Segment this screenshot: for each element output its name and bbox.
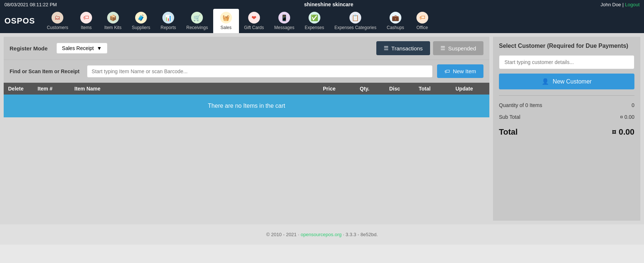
- register-mode-label: Register Mode: [10, 45, 47, 51]
- giftcards-label: Gift Cards: [244, 25, 264, 30]
- datetime: 08/03/2021 08:11:22 PM: [4, 2, 57, 7]
- nav-item-customers[interactable]: 🗂 Customers: [42, 9, 73, 33]
- footer: © 2010 - 2021 · opensourcepos.org · 3.3.…: [0, 224, 644, 245]
- itemkits-label: Item Kits: [104, 25, 122, 30]
- new-item-button[interactable]: 🏷 New Item: [437, 64, 483, 78]
- new-customer-button[interactable]: 👤 New Customer: [499, 74, 634, 89]
- nav-item-giftcards[interactable]: ❤ Gift Cards: [239, 9, 269, 33]
- col-header-price: Price: [323, 86, 360, 92]
- expcat-label: Expenses Categories: [334, 25, 376, 30]
- nav-item-receivings[interactable]: 🛒 Receivings: [181, 9, 213, 33]
- sales-icon: 🧺: [220, 12, 232, 24]
- register-mode-actions: ☰ Transactions ☰ Suspended: [376, 41, 483, 55]
- main-content: Register Mode Sales Receipt ▼ ☰ Transact…: [0, 33, 644, 224]
- office-label: Office: [416, 25, 428, 30]
- right-panel: Select Customer (Required for Due Paymen…: [493, 37, 640, 221]
- items-icon: 🏷: [80, 12, 92, 24]
- itemkits-icon: 📦: [107, 12, 119, 24]
- col-header-itemname: Item Name: [74, 86, 323, 92]
- quantity-label: Quantity of 0 Items: [499, 102, 542, 108]
- items-label: Items: [81, 25, 92, 30]
- total-row: Total ¤ 0.00: [499, 127, 634, 138]
- nav-item-expcat[interactable]: 📋 Expenses Categories: [329, 9, 381, 33]
- total-label: Total: [499, 127, 518, 137]
- reports-label: Reports: [161, 25, 176, 30]
- left-panel: Register Mode Sales Receipt ▼ ☰ Transact…: [4, 37, 489, 221]
- col-header-update: Update: [455, 86, 485, 92]
- quantity-value: 0: [631, 102, 634, 108]
- nav-item-itemkits[interactable]: 📦 Item Kits: [99, 9, 127, 33]
- user-area: John Doe | Logout: [601, 2, 640, 7]
- footer-link[interactable]: opensourcepos.org: [300, 232, 341, 237]
- register-mode-value: Sales Receipt: [62, 45, 94, 51]
- nav-item-office[interactable]: 🏷 Office: [409, 9, 435, 33]
- sales-label: Sales: [221, 25, 232, 30]
- subtotal-row: Sub Total ¤ 0.00: [499, 113, 634, 121]
- receivings-icon: 🛒: [191, 12, 203, 24]
- empty-cart-message: There are no Items in the cart: [4, 95, 489, 117]
- expenses-icon: ✅: [309, 12, 320, 24]
- col-header-delete: Delete: [8, 86, 38, 92]
- office-icon: 🏷: [416, 12, 428, 24]
- suspended-button[interactable]: ☰ Suspended: [433, 41, 483, 55]
- reports-icon: 📊: [162, 12, 174, 24]
- app-name: shineshine skincare: [304, 1, 353, 7]
- cashups-label: Cashups: [387, 25, 404, 30]
- register-mode-dropdown[interactable]: Sales Receipt ▼: [56, 43, 107, 54]
- new-customer-label: New Customer: [553, 78, 592, 85]
- nav-logo: OSPOS: [3, 9, 42, 33]
- expenses-label: Expenses: [305, 25, 324, 30]
- suspended-icon: ☰: [440, 45, 445, 51]
- customers-label: Customers: [47, 25, 68, 30]
- transactions-button[interactable]: ☰ Transactions: [376, 41, 430, 55]
- tag-icon: 🏷: [444, 68, 450, 74]
- scan-bar: Find or Scan Item or Receipt 🏷 New Item: [4, 60, 489, 83]
- nav-item-expenses[interactable]: ✅ Expenses: [299, 9, 329, 33]
- suspended-label: Suspended: [448, 45, 476, 51]
- expcat-icon: 📋: [349, 12, 361, 24]
- select-customer-title: Select Customer (Required for Due Paymen…: [499, 43, 634, 49]
- nav-items: 🗂 Customers 🏷 Items 📦 Item Kits 🧳 Suppli…: [42, 9, 641, 33]
- messages-label: Messages: [274, 25, 295, 30]
- list-icon: ☰: [384, 45, 388, 51]
- nav-bar: OSPOS 🗂 Customers 🏷 Items 📦 Item Kits 🧳 …: [0, 9, 644, 33]
- footer-version: · 3.3.3 - 8e52bd.: [342, 232, 378, 237]
- col-header-disc: Disc: [389, 86, 419, 92]
- transactions-label: Transactions: [391, 45, 423, 51]
- messages-icon: 📱: [278, 12, 290, 24]
- quantity-row: Quantity of 0 Items 0: [499, 102, 634, 109]
- logout-link[interactable]: Logout: [625, 2, 640, 7]
- suppliers-icon: 🧳: [135, 12, 147, 24]
- scan-input[interactable]: [87, 65, 433, 78]
- person-icon: 👤: [542, 78, 549, 85]
- customer-search-input[interactable]: [499, 55, 634, 69]
- nav-item-messages[interactable]: 📱 Messages: [269, 9, 300, 33]
- divider: [499, 95, 634, 96]
- scan-label: Find or Scan Item or Receipt: [10, 68, 80, 74]
- dropdown-arrow-icon: ▼: [97, 45, 102, 51]
- nav-item-sales[interactable]: 🧺 Sales: [213, 9, 239, 33]
- table-header: DeleteItem #Item NamePriceQty.DiscTotalU…: [4, 83, 489, 95]
- subtotal-label: Sub Total: [499, 114, 520, 120]
- top-bar: 08/03/2021 08:11:22 PM shineshine skinca…: [0, 0, 644, 9]
- nav-item-suppliers[interactable]: 🧳 Suppliers: [127, 9, 155, 33]
- giftcards-icon: ❤: [248, 12, 260, 24]
- cashups-icon: 💼: [390, 12, 401, 24]
- subtotal-value: ¤ 0.00: [620, 114, 634, 120]
- nav-item-items[interactable]: 🏷 Items: [73, 9, 99, 33]
- col-header-item: Item #: [38, 86, 74, 92]
- nav-item-reports[interactable]: 📊 Reports: [155, 9, 181, 33]
- total-value: ¤ 0.00: [612, 127, 634, 137]
- customers-icon: 🗂: [52, 12, 63, 24]
- nav-item-cashups[interactable]: 💼 Cashups: [381, 9, 409, 33]
- suppliers-label: Suppliers: [132, 25, 150, 30]
- username: John Doe: [601, 2, 621, 7]
- col-header-total: Total: [419, 86, 455, 92]
- new-item-label: New Item: [453, 68, 476, 74]
- receivings-label: Receivings: [186, 25, 208, 30]
- register-mode-bar: Register Mode Sales Receipt ▼ ☰ Transact…: [4, 37, 489, 60]
- footer-copyright: © 2010 - 2021 ·: [266, 232, 300, 237]
- col-header-qty: Qty.: [360, 86, 389, 92]
